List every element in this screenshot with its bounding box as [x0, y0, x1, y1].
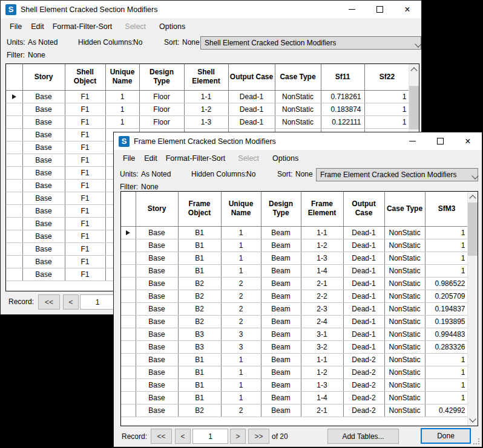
cell[interactable]: Beam [261, 290, 301, 302]
cell[interactable]: NonStatic [384, 264, 425, 277]
cell[interactable]: B2 [178, 302, 221, 315]
cell[interactable]: 2-1 [301, 404, 343, 417]
column-header[interactable]: Output Case [343, 192, 384, 226]
cell[interactable]: B1 [178, 239, 221, 252]
row-selector[interactable] [121, 340, 136, 353]
maximize-button[interactable] [366, 1, 393, 18]
scrollbar-thumb[interactable] [468, 203, 478, 256]
cell[interactable]: 1-4 [301, 391, 343, 404]
cell[interactable]: Base [22, 242, 65, 255]
cell[interactable]: 1 [425, 239, 468, 252]
row-selector[interactable] [6, 154, 22, 166]
cell[interactable]: 1 [425, 378, 468, 391]
record-number-input[interactable] [192, 429, 228, 444]
cell[interactable]: Base [22, 166, 65, 179]
close-button[interactable]: × [454, 132, 482, 150]
done-button[interactable]: Done [421, 428, 471, 444]
cell[interactable]: 3-1 [301, 328, 343, 340]
cell[interactable]: Dead-1 [343, 226, 384, 239]
cell[interactable]: Base [22, 255, 65, 268]
cell[interactable]: 1 [425, 252, 468, 264]
cell[interactable]: Dead-1 [343, 264, 384, 277]
cell[interactable]: 1 [105, 103, 139, 115]
scroll-up-button[interactable] [409, 65, 419, 74]
cell[interactable]: 0.283326 [425, 340, 468, 353]
column-header[interactable]: Frame Object [178, 192, 221, 226]
cell[interactable]: B1 [178, 378, 221, 391]
cell[interactable]: Dead-2 [343, 353, 384, 366]
row-selector[interactable] [6, 242, 22, 255]
cell[interactable]: Beam [261, 353, 301, 366]
cell[interactable]: B1 [178, 366, 221, 378]
cell[interactable]: F1 [65, 154, 105, 166]
record-number-input[interactable] [80, 294, 115, 310]
cell[interactable]: F1 [65, 268, 105, 281]
column-header[interactable]: SfM3 [425, 192, 468, 226]
record-previous-button[interactable]: < [63, 294, 79, 310]
cell[interactable]: 0.42992 [425, 404, 468, 417]
vertical-scrollbar[interactable] [467, 192, 478, 426]
cell[interactable]: NonStatic [384, 404, 425, 417]
row-selector[interactable] [121, 302, 136, 315]
cell[interactable]: Beam [261, 226, 301, 239]
cell[interactable]: F1 [65, 255, 105, 268]
cell[interactable]: NonStatic [384, 328, 425, 340]
cell[interactable]: NonStatic [384, 302, 425, 315]
row-selector[interactable] [121, 277, 136, 290]
record-next-button[interactable]: > [230, 429, 246, 444]
cell[interactable]: 1 [364, 103, 410, 115]
cell[interactable]: 1 [221, 366, 261, 378]
cell[interactable]: B3 [178, 328, 221, 340]
cell[interactable]: F1 [65, 115, 105, 128]
cell[interactable]: F1 [65, 166, 105, 179]
row-selector[interactable] [6, 192, 22, 204]
cell[interactable]: NonStatic [275, 103, 321, 115]
cell[interactable]: 1 [425, 391, 468, 404]
cell[interactable]: 2 [221, 302, 261, 315]
cell[interactable]: Beam [261, 239, 301, 252]
menu-item-format-filter-sort[interactable]: Format-Filter-Sort [53, 22, 113, 31]
cell[interactable]: Base [136, 378, 178, 391]
cell[interactable]: 1-2 [184, 103, 228, 115]
row-selector[interactable] [6, 90, 22, 103]
cell[interactable]: Dead-2 [343, 366, 384, 378]
cell[interactable]: 1-4 [301, 264, 343, 277]
cell[interactable]: 1-3 [301, 378, 343, 391]
cell[interactable]: Base [136, 340, 178, 353]
cell[interactable]: Floor [139, 90, 184, 103]
cell[interactable]: Beam [261, 378, 301, 391]
cell[interactable]: Base [136, 239, 178, 252]
row-selector[interactable] [6, 230, 22, 242]
cell[interactable]: F1 [65, 230, 105, 242]
cell[interactable]: 3-2 [301, 340, 343, 353]
row-selector[interactable] [121, 315, 136, 328]
row-selector[interactable] [121, 328, 136, 340]
cell[interactable]: Base [22, 230, 65, 242]
cell[interactable]: Base [136, 315, 178, 328]
cell[interactable]: 1 [105, 115, 139, 128]
frame-window-titlebar[interactable]: S Frame Element Cracked Section Modifier… [114, 132, 482, 150]
row-selector[interactable] [6, 255, 22, 268]
cell[interactable]: 2-1 [301, 277, 343, 290]
cell[interactable]: Dead-1 [228, 90, 275, 103]
cell[interactable]: 1 [221, 391, 261, 404]
column-header[interactable]: Sf22 [364, 64, 410, 90]
cell[interactable]: 1 [221, 226, 261, 239]
row-selector[interactable] [6, 141, 22, 154]
maximize-button[interactable] [426, 132, 454, 150]
cell[interactable]: Dead-2 [343, 378, 384, 391]
cell[interactable]: 2 [221, 290, 261, 302]
cell[interactable]: Beam [261, 340, 301, 353]
cell[interactable]: 2 [221, 315, 261, 328]
cell[interactable]: F1 [65, 192, 105, 204]
row-selector[interactable] [121, 290, 136, 302]
row-selector[interactable] [121, 226, 136, 239]
column-header[interactable]: Case Type [275, 64, 321, 90]
cell[interactable]: 2 [221, 404, 261, 417]
cell[interactable]: Base [136, 302, 178, 315]
cell[interactable]: NonStatic [384, 391, 425, 404]
cell[interactable]: Beam [261, 328, 301, 340]
cell[interactable]: 1 [105, 90, 139, 103]
cell[interactable]: Beam [261, 277, 301, 290]
column-header[interactable]: Unique Name [221, 192, 261, 226]
